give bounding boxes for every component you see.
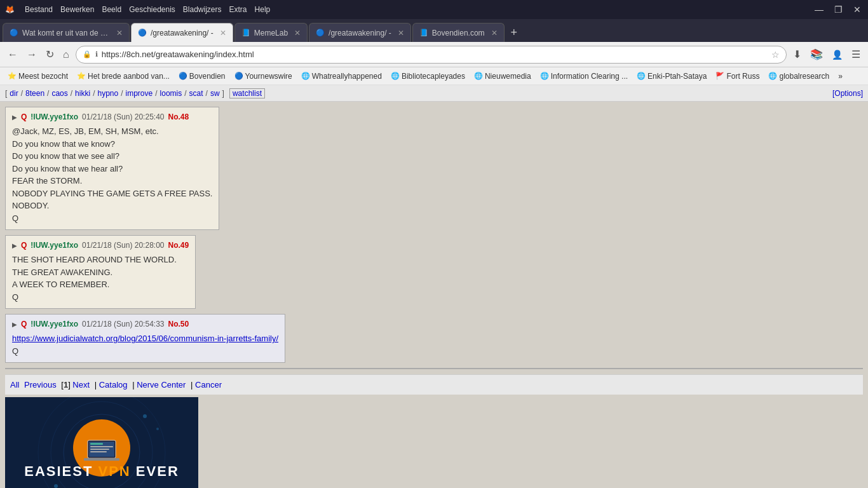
bookmark-star-icon[interactable]: ☆: [771, 50, 780, 60]
tab-2[interactable]: 🔵 /greatawakening/ - ✕: [131, 23, 233, 42]
svg-point-13: [156, 428, 159, 430]
options-link[interactable]: [Options]: [832, 89, 863, 98]
post-48-expand[interactable]: ▶: [12, 114, 17, 121]
bottom-cancer[interactable]: Cancer: [195, 380, 222, 390]
post-49-expand[interactable]: ▶: [12, 242, 17, 249]
post-50-expand[interactable]: ▶: [12, 321, 17, 328]
post-50: ▶ Q !IUW.yye1fxo 01/21/18 (Sun) 20:54:33…: [5, 314, 285, 363]
url-input[interactable]: [102, 50, 768, 59]
bottom-all[interactable]: All: [10, 380, 19, 390]
menu-help[interactable]: Help: [255, 5, 271, 14]
tab-1-close[interactable]: ✕: [116, 29, 123, 37]
maximize-button[interactable]: ❐: [832, 4, 844, 15]
post-49-flag: Q: [21, 241, 27, 250]
menu-bewerken[interactable]: Bewerken: [60, 5, 94, 14]
toolbar-loomis[interactable]: loomis: [160, 89, 182, 98]
tab-2-close[interactable]: ✕: [220, 29, 226, 37]
tab-4[interactable]: 🔵 /greatawakening/ - ✕: [309, 23, 411, 42]
bookmark-icon-10: 🌐: [768, 72, 777, 80]
menu-geschiedenis[interactable]: Geschiedenis: [129, 5, 175, 14]
bottom-next[interactable]: Next: [72, 380, 90, 390]
post-48-datetime: 01/21/18 (Sun) 20:25:40: [82, 112, 164, 121]
toolbar-bracket-close: ]: [222, 89, 224, 98]
close-button[interactable]: ✕: [851, 4, 863, 15]
toolbar-improve[interactable]: improve: [126, 89, 153, 98]
toolbar-sep1: /: [21, 89, 23, 98]
menu-button[interactable]: ☰: [849, 47, 863, 62]
bottom-previous[interactable]: Previous: [24, 380, 57, 390]
bookmark-globalresearch[interactable]: 🌐 globalresearch: [764, 71, 833, 82]
back-button[interactable]: ←: [5, 48, 20, 62]
menu-extra[interactable]: Extra: [229, 5, 247, 14]
tab-2-label: /greatawakening/ -: [151, 29, 214, 37]
post-50-link[interactable]: https://www.judicialwatch.org/blog/2015/…: [12, 334, 278, 343]
tab-4-icon: 🔵: [316, 29, 325, 37]
sync-button[interactable]: 👤: [829, 48, 845, 61]
tab-5[interactable]: 📘 Bovendien.com ✕: [412, 23, 505, 42]
tab-3[interactable]: 📘 MemeLab ✕: [234, 23, 308, 42]
post-49: ▶ Q !IUW.yye1fxo 01/21/18 (Sun) 20:28:00…: [5, 235, 196, 309]
bookmark-bovendien[interactable]: 🔵 Bovendien: [175, 71, 229, 82]
bookmark-more[interactable]: »: [834, 71, 846, 82]
svg-rect-10: [90, 451, 107, 452]
toolbar-sep3: /: [71, 89, 72, 98]
window-controls[interactable]: — ❐ ✕: [813, 4, 863, 15]
lock-icon: 🔒: [83, 50, 92, 58]
new-tab-button[interactable]: +: [506, 23, 523, 42]
menu-bestand[interactable]: Bestand: [25, 5, 53, 14]
toolbar-caos[interactable]: caos: [51, 89, 67, 98]
tab-4-close[interactable]: ✕: [398, 29, 404, 37]
bookmark-information-clearing[interactable]: 🌐 Information Clearing ...: [536, 71, 632, 82]
home-button[interactable]: ⌂: [60, 48, 72, 62]
bottom-nerve-center[interactable]: Nerve Center: [137, 380, 186, 390]
post-49-number[interactable]: No.49: [168, 241, 189, 250]
menu-beeld[interactable]: Beeld: [102, 5, 121, 14]
bookmark-enki[interactable]: 🌐 Enki-Ptah-Sataya: [633, 71, 710, 82]
bookmark-icon-6: 🌐: [474, 72, 483, 80]
post-50-number[interactable]: No.50: [168, 320, 189, 329]
menu-bladwijzers[interactable]: Bladwijzers: [183, 5, 222, 14]
ad-banner[interactable]: EASIEST VPN EVER: [5, 397, 198, 488]
library-button[interactable]: 📚: [808, 47, 825, 62]
post-50-username: !IUW.yye1fxo: [31, 320, 78, 329]
bookmark-yournewswire[interactable]: 🔵 Yournewswire: [231, 71, 296, 82]
refresh-button[interactable]: ↻: [43, 47, 57, 62]
toolbar-scat[interactable]: scat: [189, 89, 203, 98]
toolbar-hikki[interactable]: hikki: [75, 89, 90, 98]
post-48-number[interactable]: No.48: [168, 112, 189, 121]
toolbar-hypno[interactable]: hypno: [97, 89, 118, 98]
downloads-button[interactable]: ⬇: [790, 47, 804, 62]
tab-5-close[interactable]: ✕: [491, 29, 498, 37]
bookmark-nieuwemedia[interactable]: 🌐 Nieuwemedia: [470, 71, 535, 82]
post-48-username: !IUW.yye1fxo: [31, 112, 78, 121]
minimize-button[interactable]: —: [813, 4, 825, 15]
toolbar-8teen[interactable]: 8teen: [25, 89, 44, 98]
bookmark-biblioteca[interactable]: 🌐 Bibliotecapleyades: [387, 71, 469, 82]
bookmark-label-1: Het brede aanbod van...: [88, 72, 170, 81]
bookmark-icon-0: ⭐: [8, 72, 17, 80]
address-bar[interactable]: 🔒 ℹ ☆: [76, 46, 787, 64]
bottom-nav: All Previous [1] Next | Catalog | Nerve …: [5, 374, 863, 395]
tab-3-close[interactable]: ✕: [294, 29, 301, 37]
tab-2-icon: 🔵: [138, 29, 147, 37]
tab-5-icon: 📘: [419, 29, 428, 37]
bookmark-icon-8: 🌐: [637, 72, 646, 80]
tab-4-label: /greatawakening/ -: [329, 29, 391, 37]
bookmark-fortruss[interactable]: 🚩 Fort Russ: [712, 71, 763, 82]
post-48: ▶ Q !IUW.yye1fxo 01/21/18 (Sun) 20:25:40…: [5, 107, 219, 230]
toolbar-dir[interactable]: dir: [10, 89, 18, 98]
menu-bar[interactable]: Bestand Bewerken Beeld Geschiedenis Blad…: [25, 5, 270, 14]
toolbar-sw[interactable]: sw: [210, 89, 220, 98]
bookmark-meest-bezocht[interactable]: ⭐ Meest bezocht: [4, 71, 72, 82]
toolbar-watchlist[interactable]: watchlist: [229, 88, 265, 98]
bottom-catalog[interactable]: Catalog: [99, 380, 128, 390]
bookmark-whatreally[interactable]: 🌐 Whatreallyhappened: [297, 71, 386, 82]
toolbar-sep2: /: [47, 89, 49, 98]
bookmark-icon-4: 🌐: [301, 72, 310, 80]
toolbar-sep4: /: [93, 89, 95, 98]
forward-button[interactable]: →: [24, 48, 39, 62]
tab-1[interactable]: 🔵 Wat komt er uit van de Q anon... ✕: [3, 23, 130, 42]
bookmark-label-4: Whatreallyhappened: [312, 72, 382, 81]
bookmark-breed-aanbod[interactable]: ⭐ Het brede aanbod van...: [73, 71, 173, 82]
bookmark-label-6: Nieuwemedia: [485, 72, 531, 81]
